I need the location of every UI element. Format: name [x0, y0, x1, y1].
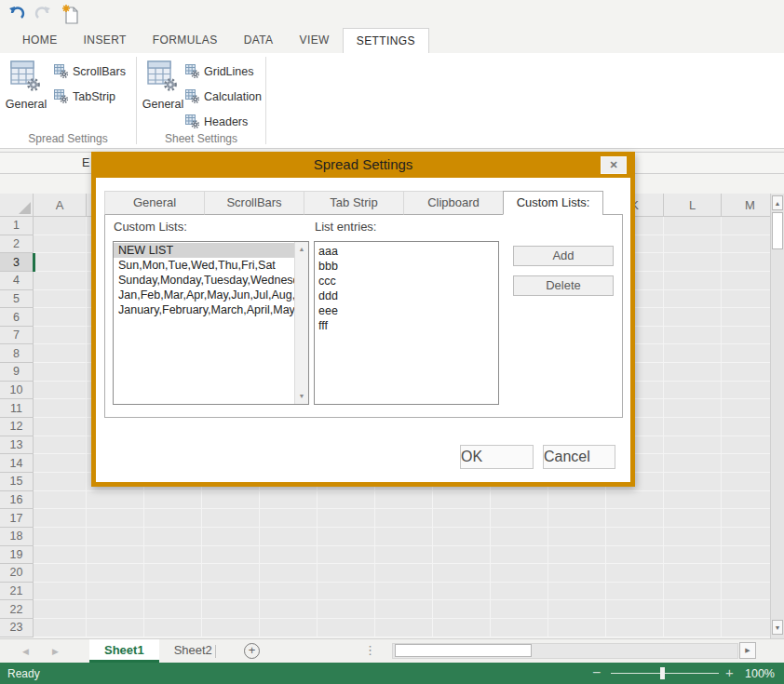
grid-cell-D17[interactable]	[202, 509, 260, 528]
grid-cell-A18[interactable]	[34, 528, 87, 546]
grid-cell-E22[interactable]	[260, 600, 318, 619]
grid-cell-A2[interactable]	[34, 235, 87, 254]
grid-cell-A12[interactable]	[34, 418, 87, 436]
grid-cell-B21[interactable]	[87, 583, 144, 601]
dialog-tab-custom-lists[interactable]: Custom Lists:	[503, 191, 603, 215]
grid-cell-F19[interactable]	[318, 546, 375, 565]
grid-cell-J16[interactable]	[548, 491, 606, 510]
add-sheet-button[interactable]: +	[244, 643, 260, 659]
headers-button[interactable]: Headers	[185, 109, 262, 134]
grid-cell-D23[interactable]	[202, 619, 260, 637]
grid-cell-A5[interactable]	[34, 290, 87, 309]
grid-cell-I22[interactable]	[491, 600, 548, 619]
custom-list-item[interactable]: Jan,Feb,Mar,Apr,May,Jun,Jul,Aug,S	[114, 288, 294, 302]
grid-cell-D19[interactable]	[202, 546, 260, 565]
ribbon-tab-formulas[interactable]: FORMULAS	[140, 28, 231, 53]
grid-cell-I23[interactable]	[491, 619, 548, 637]
vertical-scrollbar[interactable]: ▲ ▼	[770, 194, 784, 638]
grid-cell-J20[interactable]	[548, 564, 606, 583]
grid-cell-H20[interactable]	[433, 564, 491, 583]
grid-cell-C18[interactable]	[144, 528, 202, 546]
row-header-15[interactable]: 15	[0, 473, 34, 491]
grid-cell-L8[interactable]	[664, 344, 722, 363]
grid-cell-I16[interactable]	[491, 491, 548, 510]
grid-cell-G17[interactable]	[375, 509, 433, 528]
grid-cell-F23[interactable]	[318, 619, 375, 637]
grid-cell-B17[interactable]	[87, 509, 144, 528]
grid-cell-J23[interactable]	[548, 619, 606, 637]
grid-cell-L10[interactable]	[664, 382, 722, 400]
zoom-in-icon[interactable]: +	[725, 664, 734, 680]
row-header-11[interactable]: 11	[0, 399, 34, 418]
grid-cell-D16[interactable]	[202, 491, 260, 510]
grid-cell-J19[interactable]	[548, 546, 606, 565]
sheet-overflow-dots-icon[interactable]: ⋮	[364, 643, 376, 657]
grid-cell-I21[interactable]	[491, 583, 548, 601]
spread-general-button[interactable]: General	[4, 59, 48, 120]
grid-cell-L7[interactable]	[664, 327, 722, 345]
close-icon[interactable]: ✕	[601, 156, 627, 174]
grid-cell-A11[interactable]	[34, 399, 87, 418]
ribbon-tab-insert[interactable]: INSERT	[71, 28, 140, 53]
scroll-up-icon[interactable]: ▲	[772, 195, 783, 210]
grid-cell-A17[interactable]	[34, 509, 87, 528]
grid-cell-A10[interactable]	[34, 382, 87, 400]
grid-cell-L1[interactable]	[664, 217, 722, 235]
grid-cell-K16[interactable]	[606, 491, 664, 510]
grid-cell-A4[interactable]	[34, 272, 87, 290]
sheet-general-button[interactable]: General	[141, 59, 185, 120]
grid-cell-K19[interactable]	[606, 546, 664, 565]
grid-cell-M12[interactable]	[722, 418, 770, 436]
grid-cell-M4[interactable]	[722, 272, 770, 290]
horizontal-scroll-thumb[interactable]	[395, 644, 532, 657]
grid-cell-M14[interactable]	[722, 454, 770, 473]
grid-cell-K21[interactable]	[606, 583, 664, 601]
custom-list-item[interactable]: January,February,March,April,May,	[114, 302, 294, 317]
grid-cell-L4[interactable]	[664, 272, 722, 290]
grid-cell-A23[interactable]	[34, 619, 87, 637]
listbox-scrollbar[interactable]: ▲ ▼	[294, 242, 308, 404]
grid-cell-M7[interactable]	[722, 327, 770, 345]
row-header-22[interactable]: 22	[0, 600, 34, 619]
row-header-20[interactable]: 20	[0, 564, 34, 583]
ribbon-tab-settings[interactable]: SETTINGS	[343, 28, 429, 53]
redo-icon[interactable]	[34, 5, 52, 23]
dialog-title-bar[interactable]: Spread Settings ✕	[91, 152, 635, 178]
add-button[interactable]: Add	[513, 246, 614, 266]
calculation-button[interactable]: Calculation	[185, 84, 262, 109]
grid-cell-A8[interactable]	[34, 344, 87, 363]
grid-cell-B19[interactable]	[87, 546, 144, 565]
grid-cell-A20[interactable]	[34, 564, 87, 583]
grid-cell-L3[interactable]	[664, 253, 722, 272]
grid-cell-H19[interactable]	[433, 546, 491, 565]
grid-cell-E20[interactable]	[260, 564, 318, 583]
grid-cell-E23[interactable]	[260, 619, 318, 637]
vertical-scroll-thumb[interactable]	[772, 212, 783, 249]
grid-cell-B18[interactable]	[87, 528, 144, 546]
dialog-tab-clipboard[interactable]: Clipboard	[403, 191, 504, 215]
grid-cell-F17[interactable]	[318, 509, 375, 528]
grid-cell-H18[interactable]	[433, 528, 491, 546]
grid-cell-G18[interactable]	[375, 528, 433, 546]
grid-cell-D22[interactable]	[202, 600, 260, 619]
row-header-5[interactable]: 5	[0, 290, 34, 309]
grid-cell-C22[interactable]	[144, 600, 202, 619]
grid-cell-I18[interactable]	[491, 528, 548, 546]
list-entries-textarea[interactable]: aaa bbb ccc ddd eee fff	[314, 241, 499, 405]
grid-cell-D20[interactable]	[202, 564, 260, 583]
grid-cell-A9[interactable]	[34, 363, 87, 382]
grid-cell-K22[interactable]	[606, 600, 664, 619]
next-sheet-icon[interactable]: ▶	[52, 647, 59, 656]
select-all-corner[interactable]	[0, 194, 34, 217]
sheet-tab-sheet2[interactable]: Sheet2	[159, 639, 227, 663]
grid-cell-A6[interactable]	[34, 308, 87, 327]
row-header-3[interactable]: 3	[0, 253, 34, 272]
grid-cell-J18[interactable]	[548, 528, 606, 546]
prev-sheet-icon[interactable]: ◀	[22, 647, 29, 656]
ribbon-tab-view[interactable]: VIEW	[287, 28, 343, 53]
row-header-7[interactable]: 7	[0, 327, 34, 345]
custom-list-item[interactable]: NEW LIST	[114, 243, 294, 258]
dialog-tab-general[interactable]: General	[104, 191, 205, 215]
grid-cell-L15[interactable]	[664, 473, 722, 491]
row-header-17[interactable]: 17	[0, 509, 34, 528]
